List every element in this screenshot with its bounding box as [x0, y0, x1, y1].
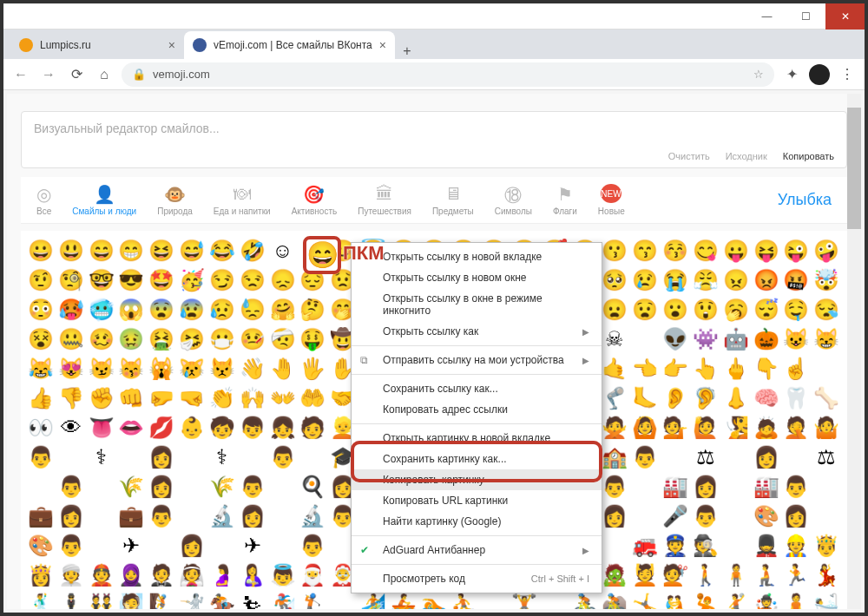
context-menu-item[interactable]: Сохранить ссылку как...: [352, 378, 602, 399]
emoji-cell[interactable]: 🤵: [148, 562, 174, 588]
emoji-cell[interactable]: 🤽: [693, 592, 719, 609]
emoji-cell[interactable]: 👾: [693, 326, 719, 352]
emoji-cell[interactable]: 🏄: [360, 592, 386, 609]
emoji-cell[interactable]: 🚶: [693, 562, 719, 588]
emoji-cell[interactable]: 🤺: [179, 592, 205, 609]
emoji-cell[interactable]: 👨: [28, 444, 54, 470]
emoji-cell[interactable]: 😿: [179, 356, 205, 382]
back-button[interactable]: ←: [10, 67, 31, 82]
emoji-cell[interactable]: 🦴: [813, 385, 839, 411]
emoji-cell[interactable]: 🏊: [421, 592, 447, 609]
context-menu-item[interactable]: Копировать картинку: [352, 469, 602, 490]
emoji-cell[interactable]: 😜: [783, 238, 809, 264]
emoji-cell[interactable]: 🏫: [602, 444, 628, 470]
emoji-cell[interactable]: ‍: [209, 533, 235, 559]
emoji-cell[interactable]: 🤧: [179, 326, 205, 352]
emoji-cell[interactable]: 🎨: [753, 503, 779, 529]
emoji-cell[interactable]: ️: [330, 592, 356, 609]
bookmark-star-icon[interactable]: ☆: [753, 68, 764, 81]
emoji-cell[interactable]: 🤰: [209, 562, 235, 588]
emoji-cell[interactable]: 🧕: [118, 562, 144, 588]
emoji-cell[interactable]: 🤹: [753, 592, 779, 609]
emoji-cell[interactable]: 👨: [299, 533, 326, 559]
emoji-cell[interactable]: 👀: [28, 415, 54, 441]
emoji-cell[interactable]: 🙌: [240, 385, 266, 411]
emoji-cell[interactable]: 😼: [89, 356, 115, 382]
emoji-cell[interactable]: 👦: [240, 415, 266, 441]
tab-close-icon[interactable]: ×: [168, 38, 175, 52]
emoji-cell[interactable]: 😆: [148, 238, 174, 264]
emoji-cell[interactable]: 👰: [179, 562, 205, 588]
emoji-cell[interactable]: 🖐: [299, 356, 326, 382]
emoji-cell[interactable]: 👩: [148, 474, 174, 500]
emoji-cell[interactable]: 😙: [632, 238, 658, 264]
emoji-cell[interactable]: 😄: [89, 238, 115, 264]
reload-button[interactable]: ⟳: [66, 66, 87, 82]
category-путешествия[interactable]: 🏛Путешествия: [358, 184, 411, 216]
context-menu-item[interactable]: Открыть ссылку в новой вкладке: [352, 246, 602, 267]
browser-menu-button[interactable]: ⋮: [837, 66, 858, 82]
emoji-cell[interactable]: 👩: [783, 503, 809, 529]
emoji-cell[interactable]: 😒: [240, 267, 266, 293]
emoji-cell[interactable]: 🤤: [783, 297, 809, 323]
profile-avatar[interactable]: [809, 64, 830, 85]
emoji-cell[interactable]: 👨: [148, 503, 174, 529]
emoji-cell[interactable]: 🤲: [299, 385, 326, 411]
emoji-cell[interactable]: 🥵: [58, 297, 84, 323]
emoji-cell[interactable]: 🤪: [813, 238, 839, 264]
emoji-cell[interactable]: 🤯: [813, 267, 839, 293]
emoji-cell[interactable]: 😠: [723, 267, 749, 293]
emoji-cell[interactable]: 🥴: [89, 326, 115, 352]
emoji-cell[interactable]: 👩: [240, 503, 266, 529]
emoji-cell[interactable]: 🤨: [28, 267, 54, 293]
emoji-cell[interactable]: 🏭: [753, 474, 779, 500]
emoji-cell[interactable]: 🧗: [148, 592, 174, 609]
emoji-cell[interactable]: 🎃: [753, 326, 779, 352]
emoji-cell[interactable]: 🤐: [58, 326, 84, 352]
emoji-cell[interactable]: 😅: [179, 238, 205, 264]
emoji-cell[interactable]: 😲: [693, 297, 719, 323]
emoji-cell[interactable]: 🤴: [813, 533, 839, 559]
emoji-cell[interactable]: 😱: [118, 297, 144, 323]
emoji-cell[interactable]: 🤗: [270, 297, 296, 323]
emoji-cell[interactable]: 🤜: [179, 385, 205, 411]
emoji-cell[interactable]: 🤛: [148, 385, 174, 411]
emoji-cell[interactable]: 🧍: [723, 562, 749, 588]
emoji-cell[interactable]: 😎: [118, 267, 144, 293]
emoji-cell[interactable]: 👂: [662, 385, 688, 411]
emoji-cell[interactable]: ⚕: [89, 444, 115, 470]
emoji-cell[interactable]: 🤢: [118, 326, 144, 352]
emoji-cell[interactable]: 💁: [662, 415, 688, 441]
emoji-cell[interactable]: ‍: [632, 474, 658, 500]
emoji-cell[interactable]: 👨: [58, 474, 84, 500]
context-menu-item[interactable]: Копировать URL картинки: [352, 490, 602, 511]
emoji-cell[interactable]: 👇: [753, 356, 779, 382]
emoji-cell[interactable]: 🏂: [270, 592, 296, 609]
emoji-cell[interactable]: 😵: [28, 326, 54, 352]
emoji-cell[interactable]: ✈: [240, 533, 266, 559]
emoji-cell[interactable]: 😥: [209, 297, 235, 323]
source-button[interactable]: Исходник: [726, 151, 767, 161]
category-предметы[interactable]: 🖥Предметы: [432, 184, 474, 216]
emoji-cell[interactable]: 😴: [753, 297, 779, 323]
emoji-cell[interactable]: 🧏: [723, 415, 749, 441]
emoji-cell[interactable]: ‍: [662, 444, 688, 470]
emoji-cell[interactable]: ⛹: [450, 592, 477, 609]
emoji-cell[interactable]: 🧐: [58, 267, 84, 293]
emoji-cell[interactable]: 💆: [632, 562, 658, 588]
emoji-cell[interactable]: ☺: [270, 238, 296, 264]
tab-close-icon[interactable]: ×: [379, 38, 386, 52]
emoji-cell[interactable]: 💇: [662, 562, 688, 588]
context-menu-item[interactable]: Открыть картинку в новой вкладке: [352, 428, 602, 449]
emoji-cell[interactable]: 👷: [783, 533, 809, 559]
emoji-cell[interactable]: 🎤: [662, 503, 688, 529]
emoji-cell[interactable]: 😝: [753, 238, 779, 264]
emoji-cell[interactable]: 😨: [148, 297, 174, 323]
emoji-cell[interactable]: 🧠: [753, 385, 779, 411]
emoji-cell[interactable]: 🤓: [89, 267, 115, 293]
emoji-cell[interactable]: ‍: [179, 474, 205, 500]
context-menu-item[interactable]: Открыть ссылку в окне в режиме инкогнито: [352, 288, 602, 321]
emoji-cell[interactable]: 👅: [89, 415, 115, 441]
context-menu-item[interactable]: Открыть ссылку в новом окне: [352, 267, 602, 288]
context-menu-item[interactable]: Копировать адрес ссылки: [352, 399, 602, 420]
